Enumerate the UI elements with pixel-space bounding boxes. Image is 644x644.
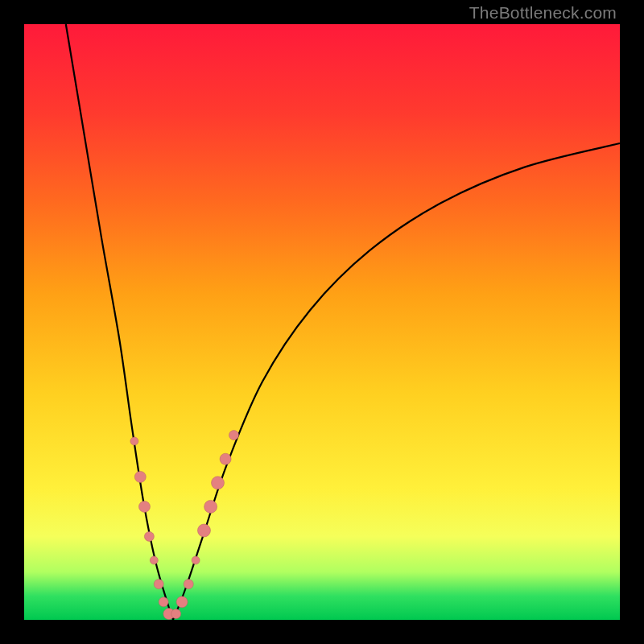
- bead-left-4: [150, 556, 158, 564]
- left-curve: [66, 24, 173, 620]
- curves-svg: [24, 24, 620, 620]
- plot-area: [24, 24, 620, 620]
- bead-left-1: [134, 471, 146, 482]
- bead-left-6: [159, 597, 168, 607]
- bead-right-5: [204, 500, 217, 513]
- bead-right-2: [184, 580, 193, 589]
- bead-right-0: [171, 609, 181, 619]
- bead-right-4: [197, 524, 210, 537]
- bead-right-7: [220, 453, 231, 464]
- bead-left-0: [130, 437, 138, 445]
- watermark-text: TheBottleneck.com: [469, 3, 617, 23]
- bead-right-3: [192, 556, 200, 564]
- bead-left-5: [154, 580, 163, 589]
- chart-frame: TheBottleneck.com: [0, 0, 644, 644]
- bead-right-6: [212, 477, 225, 489]
- bead-right-1: [176, 597, 188, 608]
- bead-right-8: [229, 431, 238, 440]
- bead-left-3: [144, 531, 154, 541]
- bead-left-2: [138, 501, 150, 512]
- right-curve: [173, 143, 620, 620]
